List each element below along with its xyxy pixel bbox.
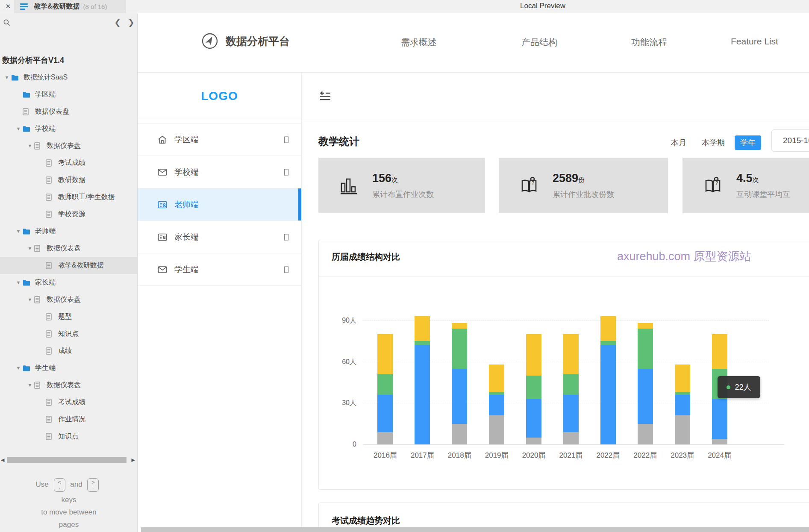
nav-link-产品结构[interactable]: 产品结构 bbox=[521, 36, 557, 48]
tree-item-家长端[interactable]: ▼家长端 bbox=[0, 274, 137, 291]
sidebar-item-家长端[interactable]: 家长端 bbox=[138, 221, 301, 253]
tooltip-value: 22人 bbox=[735, 382, 751, 392]
sidebar-item-学区端[interactable]: 学区端 bbox=[138, 123, 301, 156]
sidebar-hscrollbar[interactable]: ◀ ▶ bbox=[0, 457, 138, 464]
tree-item-数据仪表盘[interactable]: 数据仪表盘 bbox=[0, 103, 137, 120]
tree-item-label: 数据仪表盘 bbox=[47, 244, 81, 253]
search-icon[interactable] bbox=[3, 18, 11, 27]
tree-item-成绩[interactable]: 成绩 bbox=[0, 342, 137, 359]
tree-item-label: 教学&教研数据 bbox=[58, 261, 104, 270]
tree-item-学生端[interactable]: ▼学生端 bbox=[0, 359, 137, 376]
tree-item-知识点[interactable]: 知识点 bbox=[0, 325, 137, 342]
tree-item-label: 学区端 bbox=[35, 90, 56, 99]
bar-segment-green bbox=[415, 341, 430, 345]
bar-segment-yellow bbox=[452, 323, 467, 329]
folder-icon bbox=[23, 125, 31, 132]
folder-icon bbox=[23, 228, 31, 235]
page-icon bbox=[23, 108, 31, 115]
tree-item-教学&教研数据[interactable]: 教学&教研数据 bbox=[0, 257, 137, 274]
caret-down-icon[interactable]: ▼ bbox=[26, 246, 34, 251]
tree-item-数据仪表盘[interactable]: ▼数据仪表盘 bbox=[0, 376, 137, 394]
page-icon bbox=[34, 245, 43, 252]
folder-icon bbox=[23, 91, 31, 98]
menu-fold-icon[interactable] bbox=[318, 89, 332, 103]
caret-down-icon[interactable]: ▼ bbox=[14, 229, 23, 234]
stacked-bar-2017届[interactable] bbox=[415, 316, 430, 444]
caret-down-icon[interactable]: ▼ bbox=[14, 126, 23, 131]
brand[interactable]: 数据分析平台 bbox=[201, 32, 290, 50]
sidebar-item-学校端[interactable]: 学校端 bbox=[138, 156, 301, 188]
tab-title: 教学&教研数据 bbox=[34, 2, 80, 11]
tree-item-数据统计SaaS[interactable]: ▼数据统计SaaS bbox=[0, 69, 137, 86]
tree-item-作业情况[interactable]: 作业情况 bbox=[0, 411, 137, 428]
bar-segment-blue bbox=[563, 395, 579, 432]
prev-page-icon[interactable]: ❮ bbox=[113, 18, 122, 28]
caret-down-icon[interactable]: ▼ bbox=[14, 365, 23, 370]
tree-item-label: 学校端 bbox=[35, 124, 56, 133]
menu-icon[interactable] bbox=[20, 3, 29, 10]
svg-text:?: ? bbox=[715, 180, 718, 185]
main-scrollbar-thumb[interactable] bbox=[141, 527, 809, 532]
sidebar-item-学生端[interactable]: 学生端 bbox=[138, 253, 301, 286]
main-hscrollbar[interactable] bbox=[141, 527, 809, 532]
tree-item-教研数据[interactable]: 教研数据 bbox=[0, 171, 137, 188]
stacked-bar-2021届[interactable] bbox=[563, 334, 579, 444]
tree-item-label: 题型 bbox=[58, 312, 72, 321]
tooltip-dot-icon bbox=[727, 385, 730, 389]
missing-glyph-icon bbox=[284, 266, 288, 273]
watermark: axurehub.com 原型资源站 bbox=[617, 249, 751, 264]
next-page-icon[interactable]: ❯ bbox=[126, 18, 136, 28]
close-icon[interactable]: ✕ bbox=[3, 2, 13, 11]
tree-item-考试成绩[interactable]: 考试成绩 bbox=[0, 154, 137, 171]
filter-本月[interactable]: 本月 bbox=[665, 135, 692, 150]
stacked-bar-2023届[interactable] bbox=[675, 364, 690, 444]
tree-item-题型[interactable]: 题型 bbox=[0, 308, 137, 325]
tree-item-数据仪表盘[interactable]: ▼数据仪表盘 bbox=[0, 291, 137, 308]
stacked-bar-2016届[interactable] bbox=[377, 334, 393, 444]
caret-down-icon[interactable]: ▼ bbox=[3, 75, 11, 80]
right-key-icon: > . bbox=[87, 478, 99, 492]
scrollbar-thumb[interactable] bbox=[7, 457, 126, 463]
tree-item-label: 教研数据 bbox=[58, 176, 85, 185]
caret-down-icon[interactable]: ▼ bbox=[26, 143, 34, 148]
filter-学年[interactable]: 学年 bbox=[735, 135, 761, 150]
tree-item-知识点[interactable]: 知识点 bbox=[0, 428, 137, 445]
nav-link-需求概述[interactable]: 需求概述 bbox=[401, 36, 437, 48]
tree-item-老师端[interactable]: ▼老师端 bbox=[0, 223, 137, 240]
page-tab[interactable]: 教学&教研数据 (8 of 16) bbox=[14, 0, 126, 13]
bar-segment-blue bbox=[600, 345, 616, 444]
tree-item-学区端[interactable]: 学区端 bbox=[0, 86, 137, 103]
caret-down-icon[interactable]: ▼ bbox=[26, 382, 34, 388]
tree-item-数据仪表盘[interactable]: ▼数据仪表盘 bbox=[0, 240, 137, 257]
bar-segment-green bbox=[638, 329, 653, 368]
nav-link-Feature List[interactable]: Feature List bbox=[731, 36, 778, 47]
scroll-left-icon[interactable]: ◀ bbox=[1, 457, 4, 463]
x-tick-label: 2017届 bbox=[403, 450, 441, 460]
tree-item-数据仪表盘[interactable]: ▼数据仪表盘 bbox=[0, 137, 137, 154]
tree-item-学校资源[interactable]: 学校资源 bbox=[0, 206, 137, 223]
tree-item-考试成绩[interactable]: 考试成绩 bbox=[0, 394, 137, 411]
y-tick-label: 90人 bbox=[322, 316, 356, 325]
tree-item-教师职工/学生数据[interactable]: 教师职工/学生数据 bbox=[0, 188, 137, 206]
tree-item-label: 老师端 bbox=[35, 227, 56, 236]
missing-glyph-icon bbox=[284, 234, 288, 240]
tree-item-学校端[interactable]: ▼学校端 bbox=[0, 120, 137, 137]
bar-segment-green bbox=[563, 374, 579, 395]
sidebar-item-老师端[interactable]: 老师端 bbox=[138, 188, 301, 221]
caret-down-icon[interactable]: ▼ bbox=[26, 297, 34, 302]
stacked-bar-2020届[interactable] bbox=[526, 334, 541, 444]
bar-segment-blue bbox=[377, 395, 393, 432]
bar-segment-blue bbox=[675, 395, 690, 415]
nav-link-功能流程[interactable]: 功能流程 bbox=[631, 36, 667, 48]
stacked-bar-2018届[interactable] bbox=[452, 323, 467, 444]
stacked-bar-2019届[interactable] bbox=[489, 364, 504, 444]
bar-segment-gray bbox=[489, 415, 504, 444]
filter-本学期[interactable]: 本学期 bbox=[696, 135, 730, 150]
stacked-bar-2022届[interactable] bbox=[638, 323, 653, 444]
bar-segment-blue bbox=[415, 345, 430, 444]
scroll-right-icon[interactable]: ▶ bbox=[132, 457, 135, 463]
date-range-input[interactable]: 2015-10 bbox=[771, 129, 809, 152]
bar-segment-blue bbox=[452, 369, 467, 424]
caret-down-icon[interactable]: ▼ bbox=[14, 280, 23, 285]
stacked-bar-2022届[interactable] bbox=[600, 316, 616, 444]
